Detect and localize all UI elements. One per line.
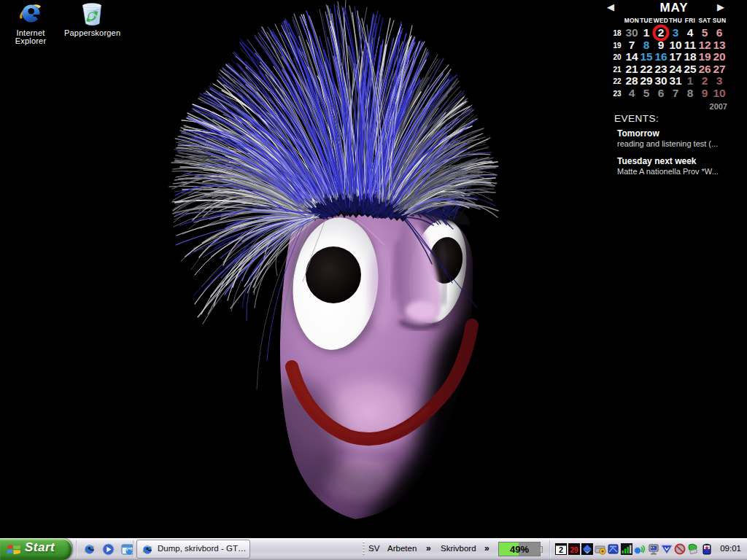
svg-text:2: 2 <box>559 545 563 554</box>
svg-text:29: 29 <box>570 546 578 554</box>
